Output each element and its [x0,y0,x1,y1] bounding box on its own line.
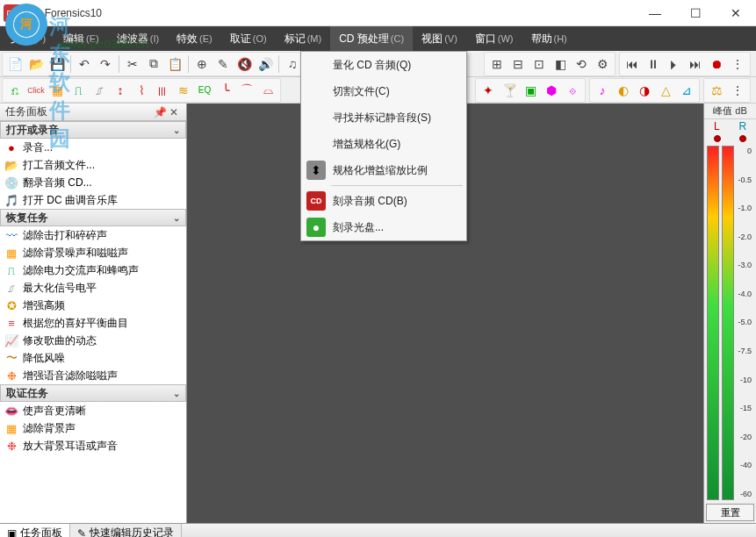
task-item[interactable]: ≡根据您的喜好平衡曲目 [0,314,186,332]
fx10-icon[interactable]: ╰ [216,81,235,100]
task-item[interactable]: 📂打工音频文件... [0,156,186,174]
bottom-tab-任务面板[interactable]: ▣任务面板 [0,524,70,537]
task-item[interactable]: 👄使声音更清晰 [0,402,186,419]
task-item[interactable]: 〰滤除击打和碎碎声 [0,226,186,244]
paste-icon[interactable]: 📋 [165,54,184,74]
task-icon: 〜 [4,351,19,365]
menu-视图[interactable]: 视图(V) [413,26,466,51]
pin-icon[interactable]: 📌 [153,106,167,118]
menu-窗口[interactable]: 窗口(W) [466,26,522,51]
section-header-取证任务[interactable]: 取证任务⌄ [0,384,186,402]
menuitem-规格化增益缩放比例[interactable]: ⬍规格化增益缩放比例 [301,157,466,183]
f2c-icon[interactable]: ▣ [521,81,540,100]
menuitem-寻找并标记静音段[interactable]: 寻找并标记静音段(S) [301,104,466,131]
fx8-icon[interactable]: ⫼ [153,81,172,100]
overflow2-icon[interactable]: ⋮ [728,81,747,100]
menu-滤波器[interactable]: 滤波器(I) [108,26,168,51]
fx2-icon[interactable]: Click [26,81,46,100]
menu-文件[interactable]: 文件(F) [2,26,54,51]
meter-scale: 0-0.5-1.0-2.0-3.0-4.0-5.0-7.5-10-15-20-4… [734,146,754,500]
view-d-icon[interactable]: ◧ [551,54,570,74]
cut-icon[interactable]: ✂ [123,54,142,74]
play-icon[interactable]: ⏵ [665,54,684,74]
f2b-icon[interactable]: 🍸 [500,81,519,100]
zoom-in-icon[interactable]: ⊕ [192,54,212,74]
menuitem-label: 量化 CD 音频(Q) [333,58,459,73]
save-icon[interactable]: 💾 [47,54,67,74]
note-icon[interactable]: ♫ [283,54,302,74]
close-button[interactable]: ✕ [716,0,756,26]
bottom-tab-快速编辑历史记录[interactable]: ✎快速编辑历史记录 [70,524,182,537]
task-item[interactable]: ●录音... [0,139,186,156]
fx6-icon[interactable]: ↕ [111,81,130,100]
menu-CD 预处理[interactable]: CD 预处理(C) [330,26,413,51]
f3e-icon[interactable]: ⊿ [677,81,696,100]
task-item[interactable]: ✪增强高频 [0,297,186,314]
fx3-icon[interactable]: ▦ [47,81,67,100]
speaker-icon[interactable]: 🔊 [256,54,275,74]
menuitem-增益规格化[interactable]: 增益规格化(G) [301,131,466,157]
fx1-icon[interactable]: ⎌ [5,81,25,100]
task-item[interactable]: 〜降低风噪 [0,349,186,367]
overflow-icon[interactable]: ⋮ [728,54,747,74]
f2a-icon[interactable]: ✦ [479,81,498,100]
menuitem-切割文件[interactable]: 切割文件(C) [301,78,466,104]
fx7-icon[interactable]: ⌇ [132,81,151,100]
view-a-icon[interactable]: ⊞ [487,54,507,74]
edit-icon[interactable]: ✎ [213,54,233,74]
tab-icon: ✎ [77,527,86,538]
view-b-icon[interactable]: ⊟ [508,54,528,74]
f4a-icon[interactable]: ⚖ [707,81,726,100]
menu-帮助[interactable]: 帮助(H) [522,26,576,51]
section-header-打开或录音[interactable]: 打开或录音⌄ [0,121,186,139]
f3d-icon[interactable]: △ [656,81,675,100]
settings-icon[interactable]: ⚙ [593,54,612,74]
open-icon[interactable]: 📂 [26,54,46,74]
fx4-icon[interactable]: ⎍ [68,81,88,100]
task-item[interactable]: 📈修改歌曲的动态 [0,332,186,349]
fx9-icon[interactable]: ≋ [174,81,193,100]
meter-reset-button[interactable]: 重置 [706,504,754,521]
menu-取证[interactable]: 取证(O) [221,26,276,51]
f2d-icon[interactable]: ⬢ [542,81,561,100]
task-item[interactable]: ▦滤除背景噪声和嗞嗞声 [0,244,186,261]
f3c-icon[interactable]: ◑ [635,81,654,100]
new-icon[interactable]: 📄 [5,54,25,74]
task-item[interactable]: 🎵打开 DC 曲调音乐库 [0,191,186,209]
pause-icon[interactable]: ⏸ [644,54,663,74]
f3b-icon[interactable]: ◐ [614,81,633,100]
menuitem-刻录光盘...[interactable]: ●刻录光盘... [301,214,466,240]
view-c-icon[interactable]: ⊡ [529,54,549,74]
menuitem-刻录音频 CD[interactable]: CD刻录音频 CD(B) [301,188,466,214]
forward-icon[interactable]: ⏭ [686,54,705,74]
menu-编辑[interactable]: 编辑(E) [54,26,108,51]
maximize-button[interactable]: ☐ [675,0,716,26]
panel-close-icon[interactable]: ✕ [167,106,181,118]
menu-label: 编辑 [63,32,84,47]
f2e-icon[interactable]: ⟐ [563,81,582,100]
fx12-icon[interactable]: ⌓ [258,81,277,100]
redo-icon[interactable]: ↷ [96,54,115,74]
task-item[interactable]: ⎎最大化信号电平 [0,279,186,297]
task-item[interactable]: ❉增强语音滤除嗞嗞声 [0,367,186,384]
task-label: 打工音频文件... [23,158,95,173]
eq-icon[interactable]: EQ [195,81,214,100]
mute-icon[interactable]: 🔇 [234,54,254,74]
task-item[interactable]: ⎍滤除电力交流声和蜂鸣声 [0,261,186,279]
fx11-icon[interactable]: ⌒ [237,81,256,100]
f3a-icon[interactable]: ♪ [593,81,612,100]
menu-特效[interactable]: 特效(E) [168,26,221,51]
minimize-button[interactable]: — [635,0,675,26]
task-item[interactable]: ❉放大背景耳语或声音 [0,437,186,455]
menu-标记[interactable]: 标记(M) [276,26,331,51]
loop-icon[interactable]: ⟲ [572,54,591,74]
copy-icon[interactable]: ⧉ [144,54,163,74]
undo-icon[interactable]: ↶ [75,54,94,74]
menuitem-量化 CD 音频[interactable]: 量化 CD 音频(Q) [301,52,466,78]
section-header-恢复任务[interactable]: 恢复任务⌄ [0,209,186,226]
record-icon[interactable]: ⏺ [707,54,726,74]
fx5-icon[interactable]: ⎎ [90,81,109,100]
task-item[interactable]: ▦滤除背景声 [0,419,186,437]
rewind-icon[interactable]: ⏮ [623,54,642,74]
task-item[interactable]: 💿翻录音频 CD... [0,174,186,191]
